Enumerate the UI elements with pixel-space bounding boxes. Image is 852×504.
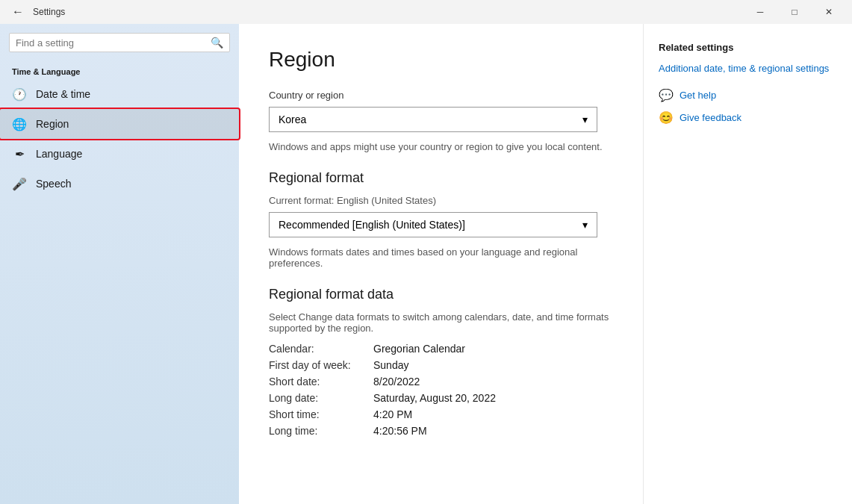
search-icon[interactable]: 🔍 — [211, 37, 223, 49]
data-row-value: 4:20:56 PM — [373, 425, 427, 437]
window-controls: ─ □ ✕ — [743, 0, 846, 24]
data-row-label: Short date: — [269, 376, 373, 388]
country-value: Korea — [279, 113, 306, 125]
data-row-label: Calendar: — [269, 343, 373, 355]
data-row-value: Saturday, August 20, 2022 — [373, 392, 496, 404]
region-label: Region — [36, 118, 69, 130]
format-dropdown[interactable]: Recommended [English (United States)] ▾ — [269, 212, 597, 237]
give-feedback-action[interactable]: 😊 Give feedback — [659, 110, 837, 125]
get-help-icon: 💬 — [659, 87, 674, 102]
search-input[interactable] — [16, 37, 211, 49]
related-title: Related settings — [659, 42, 837, 53]
data-row: Short date: 8/20/2022 — [269, 376, 613, 388]
data-row: Calendar: Gregorian Calendar — [269, 343, 613, 355]
sidebar-section-label: Time & Language — [0, 61, 239, 79]
country-chevron-icon: ▾ — [582, 113, 588, 125]
regional-data-title: Regional format data — [269, 287, 613, 302]
titlebar: ← Settings ─ □ ✕ — [0, 0, 852, 24]
data-row-label: Long date: — [269, 392, 373, 404]
data-row-label: Short time: — [269, 408, 373, 420]
data-row-value: 8/20/2022 — [373, 376, 420, 388]
app-body: 🔍 Time & Language 🕐 Date & time 🌐 Region… — [0, 24, 852, 504]
data-row: Short time: 4:20 PM — [269, 408, 613, 420]
get-help-label: Get help — [680, 90, 716, 101]
additional-settings-link[interactable]: Additional date, time & regional setting… — [659, 62, 837, 75]
sidebar-item-language[interactable]: ✒ Language — [0, 139, 239, 169]
search-box[interactable]: 🔍 — [9, 33, 230, 52]
format-chevron-icon: ▾ — [582, 219, 588, 231]
sidebar-item-region[interactable]: 🌐 Region — [0, 109, 239, 139]
main-content: Region Country or region Korea ▾ Windows… — [239, 24, 643, 504]
current-format-label: Current format: English (United States) — [269, 195, 612, 206]
language-icon: ✒ — [12, 146, 27, 161]
data-row: Long time: 4:20:56 PM — [269, 425, 613, 437]
date-time-label: Date & time — [36, 88, 90, 100]
maximize-button[interactable]: □ — [777, 0, 812, 24]
regional-data-description: Select Change data formats to switch amo… — [269, 311, 612, 334]
region-icon: 🌐 — [12, 116, 27, 131]
back-button[interactable]: ← — [6, 0, 30, 24]
give-feedback-icon: 😊 — [659, 110, 674, 125]
speech-label: Speech — [36, 178, 71, 190]
titlebar-title: Settings — [33, 7, 743, 17]
country-description: Windows and apps might use your country … — [269, 141, 612, 152]
date-time-icon: 🕐 — [12, 87, 27, 102]
format-description: Windows formats dates and times based on… — [269, 246, 612, 269]
regional-format-title: Regional format — [269, 170, 613, 186]
related-actions: 💬 Get help 😊 Give feedback — [659, 87, 837, 125]
sidebar-item-date-time[interactable]: 🕐 Date & time — [0, 79, 239, 109]
sidebar-item-speech[interactable]: 🎤 Speech — [0, 169, 239, 199]
language-label: Language — [36, 148, 82, 160]
data-row-value: Sunday — [373, 359, 408, 371]
data-row: Long date: Saturday, August 20, 2022 — [269, 392, 613, 404]
country-label: Country or region — [269, 90, 613, 101]
data-row-value: 4:20 PM — [373, 408, 412, 420]
data-row-value: Gregorian Calendar — [373, 343, 465, 355]
country-dropdown[interactable]: Korea ▾ — [269, 107, 597, 132]
give-feedback-label: Give feedback — [680, 112, 741, 123]
sidebar-nav: 🕐 Date & time 🌐 Region ✒ Language 🎤 Spee… — [0, 79, 239, 199]
page-title: Region — [269, 48, 613, 72]
speech-icon: 🎤 — [12, 176, 27, 191]
data-row: First day of week: Sunday — [269, 359, 613, 371]
data-table: Calendar: Gregorian Calendar First day o… — [269, 343, 613, 437]
minimize-button[interactable]: ─ — [743, 0, 777, 24]
data-row-label: First day of week: — [269, 359, 373, 371]
close-button[interactable]: ✕ — [812, 0, 846, 24]
sidebar: 🔍 Time & Language 🕐 Date & time 🌐 Region… — [0, 24, 239, 504]
get-help-action[interactable]: 💬 Get help — [659, 87, 837, 102]
format-value: Recommended [English (United States)] — [279, 219, 465, 231]
data-row-label: Long time: — [269, 425, 373, 437]
right-panel: Related settings Additional date, time &… — [643, 24, 852, 504]
